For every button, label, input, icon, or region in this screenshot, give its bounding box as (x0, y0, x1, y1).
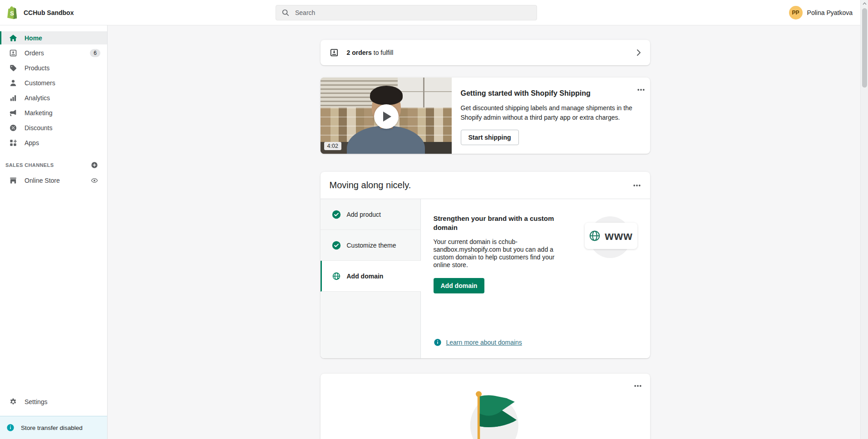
svg-text:S: S (10, 10, 14, 17)
step-add-domain[interactable]: Add domain (321, 261, 421, 292)
fulfill-orders-icon (330, 48, 339, 57)
storefront-icon (9, 176, 17, 185)
search-input[interactable] (294, 9, 531, 17)
bar-chart-icon (9, 94, 17, 102)
orders-banner-text: 2 ordersto fulfill (347, 49, 628, 56)
channel-label: Online Store (25, 177, 60, 184)
play-icon (383, 112, 391, 122)
sidebar: Home Orders 6 Products Customers A (0, 25, 108, 439)
setup-guide-card: Moving along nicely. Add product (321, 172, 650, 358)
sidebar-item-home[interactable]: Home (0, 31, 107, 44)
settings-label: Settings (25, 398, 48, 405)
main-content: 2 ordersto fulfill 4:02 Getting started … (108, 26, 860, 439)
store-transfer-label: Store transfer disabled (21, 424, 83, 431)
setup-steps-list: Add product Customize theme Add domain (321, 199, 421, 358)
domain-illustration: www (585, 216, 637, 260)
search-bar[interactable] (276, 5, 537, 20)
step-label: Customize theme (347, 242, 396, 249)
check-circle-icon (332, 210, 341, 219)
sidebar-item-online-store[interactable]: Online Store (0, 174, 107, 187)
page-scrollbar[interactable] (860, 0, 868, 439)
user-name: Polina Pyatkova (807, 9, 853, 16)
sales-channels-heading: SALES CHANNELS (0, 161, 107, 169)
step-label: Add product (347, 211, 381, 218)
shipping-card-title: Getting started with Shopify Shipping (461, 89, 642, 98)
play-button[interactable] (374, 104, 399, 129)
discount-icon (9, 124, 17, 132)
steps-filler (321, 292, 421, 358)
flag-illustration (465, 390, 520, 439)
shipping-card-menu-button[interactable] (636, 85, 646, 95)
scrollbar-thumb[interactable] (862, 8, 867, 88)
info-icon (434, 338, 442, 346)
sidebar-item-customers[interactable]: Customers (0, 76, 107, 89)
sidebar-item-label: Marketing (25, 109, 52, 117)
orders-count-badge: 6 (90, 49, 100, 57)
globe-icon (332, 272, 341, 281)
start-shipping-button[interactable]: Start shipping (461, 130, 519, 145)
orders-to-fulfill-banner[interactable]: 2 ordersto fulfill (321, 40, 650, 65)
shipping-card: 4:02 Getting started with Shopify Shippi… (321, 78, 650, 154)
sidebar-item-label: Products (25, 64, 49, 72)
home-icon (9, 34, 17, 42)
info-icon (6, 424, 15, 432)
shopify-logo-icon[interactable]: S (6, 6, 19, 20)
sidebar-item-products[interactable]: Products (0, 61, 107, 74)
learn-more-link[interactable]: Learn more about domains (446, 339, 522, 346)
orders-count-text: 2 orders (347, 49, 372, 56)
search-icon (281, 9, 290, 17)
illustration-card: www (585, 223, 637, 249)
setup-card-header: Moving along nicely. (321, 172, 650, 199)
sidebar-item-label: Discounts (25, 124, 52, 132)
step-customize-theme[interactable]: Customize theme (321, 230, 421, 261)
orders-icon (9, 49, 17, 57)
person-icon (9, 79, 17, 87)
sidebar-item-label: Customers (25, 79, 55, 87)
globe-icon (589, 230, 601, 242)
setup-card-title: Moving along nicely. (330, 180, 411, 190)
apps-icon (9, 139, 17, 147)
video-thumbnail[interactable]: 4:02 (321, 78, 452, 154)
store-name: CCHub Sandbox (24, 0, 74, 25)
setup-card-menu-button[interactable] (632, 180, 642, 190)
chevron-right-icon[interactable] (636, 49, 641, 56)
detail-heading: Strengthen your brand with a custom doma… (434, 214, 565, 233)
sidebar-item-settings[interactable]: Settings (0, 395, 107, 408)
detail-body: Your current domain is cchub-sandbox.mys… (434, 238, 562, 269)
main-nav: Home Orders 6 Products Customers A (0, 25, 107, 149)
tag-icon (9, 64, 17, 72)
step-add-product[interactable]: Add product (321, 199, 421, 230)
milestone-card (321, 374, 650, 439)
www-text: www (605, 230, 632, 242)
sidebar-item-label: Home (25, 34, 42, 42)
sidebar-item-orders[interactable]: Orders 6 (0, 46, 107, 59)
sidebar-item-label: Apps (25, 139, 39, 146)
scroll-up-arrow[interactable] (863, 2, 867, 5)
orders-suffix-text: to fulfill (374, 49, 394, 56)
store-transfer-banner[interactable]: Store transfer disabled (0, 416, 107, 439)
gear-icon (9, 398, 17, 406)
top-bar: S CCHub Sandbox PP Polina Pyatkova (0, 0, 868, 25)
setup-step-detail: Strengthen your brand with a custom doma… (421, 199, 650, 358)
shipping-card-description: Get discounted shipping labels and manag… (461, 103, 642, 122)
sidebar-item-label: Orders (25, 49, 44, 57)
sidebar-item-analytics[interactable]: Analytics (0, 91, 107, 104)
setup-card-body: Add product Customize theme Add domain (321, 199, 650, 358)
milestone-card-menu-button[interactable] (633, 381, 643, 391)
learn-more-row: Learn more about domains (434, 338, 522, 346)
sidebar-item-marketing[interactable]: Marketing (0, 106, 107, 119)
add-channel-button[interactable] (91, 161, 98, 169)
sidebar-item-label: Analytics (25, 94, 50, 102)
add-domain-button[interactable]: Add domain (434, 278, 485, 293)
sidebar-item-discounts[interactable]: Discounts (0, 121, 107, 134)
check-circle-icon (332, 241, 341, 250)
video-person-hair (370, 86, 403, 105)
shipping-card-body: Getting started with Shopify Shipping Ge… (452, 78, 650, 154)
user-menu[interactable]: PP Polina Pyatkova (789, 0, 853, 25)
megaphone-icon (9, 109, 17, 117)
video-duration-badge: 4:02 (324, 142, 341, 150)
sidebar-item-apps[interactable]: Apps (0, 136, 107, 149)
avatar: PP (789, 6, 803, 20)
eye-icon[interactable] (91, 177, 98, 184)
step-label: Add domain (347, 273, 384, 280)
